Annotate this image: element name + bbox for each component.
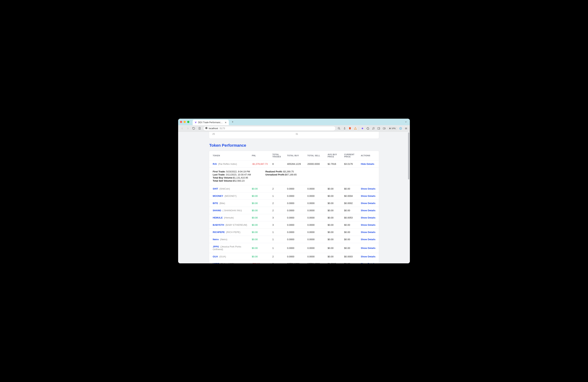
cell-avg-buy-price: $0.00: [326, 221, 342, 229]
cell-pnl: $0.00: [250, 229, 270, 236]
cell-total-sell: 0.0000: [305, 192, 326, 200]
cell-current-price: $0.0003: [342, 253, 359, 260]
title-bar: DEX Trade Performance Anal ✕ +: [178, 119, 410, 125]
cell-pnl: $0.00: [250, 192, 270, 200]
cell-avg-buy-price: $2.7916: [326, 160, 342, 168]
cell-total-trades: 1: [270, 236, 285, 243]
col-total-sell[interactable]: TOTAL SELL: [305, 151, 326, 160]
cell-current-price: $0.0053: [342, 214, 359, 221]
show-details-link[interactable]: Show Details: [361, 195, 376, 197]
unrealized-profit-label: Unrealized Profit:: [265, 173, 285, 176]
col-avg-buy-price[interactable]: AVG BUY PRICE: [326, 151, 342, 160]
tab-overflow-button[interactable]: [404, 120, 408, 124]
table-row: RAI (Rai Reflex Index)-$1,078,847.738405…: [209, 160, 379, 168]
token-symbol[interactable]: USDT: [213, 263, 219, 263]
col-pnl[interactable]: PNL: [250, 151, 270, 160]
cell-current-price: $0.00: [342, 236, 359, 243]
scrollbar-thumb[interactable]: [408, 133, 409, 179]
token-symbol[interactable]: SHIT: [213, 187, 218, 190]
share-icon[interactable]: [342, 126, 346, 130]
show-details-link[interactable]: Show Details: [361, 216, 376, 219]
table-row: SHANG ( SHANGHAI INU)$0.0020.00000.0000$…: [209, 207, 379, 214]
cell-avg-buy-price: $0.00: [326, 236, 342, 243]
cell-pnl: $0.00: [250, 243, 270, 253]
back-button[interactable]: [180, 126, 184, 131]
token-symbol[interactable]: RICHPEPE: [213, 231, 225, 233]
page-viewport[interactable]: 25 31 Token Performance TOKEN PNL TOTAL …: [178, 132, 410, 263]
cell-total-trades: 2: [270, 253, 285, 260]
media-icon[interactable]: [371, 126, 375, 130]
table-row: Neiro (Neiro)$0.0010.00000.0000$0.00$0.0…: [209, 236, 379, 243]
token-name: (Bite): [219, 202, 225, 205]
token-symbol[interactable]: Neiro: [213, 238, 219, 241]
token-symbol[interactable]: SHANG: [213, 209, 221, 212]
cell-current-price: $0.0004: [342, 192, 359, 200]
show-details-link[interactable]: Show Details: [361, 263, 376, 263]
browser-tab[interactable]: DEX Trade Performance Anal ✕: [193, 120, 229, 125]
svg-point-14: [399, 127, 402, 130]
total-buy-vol-value: $1,131,410.95: [233, 176, 248, 179]
cell-total-trades: 3: [270, 221, 285, 229]
show-details-link[interactable]: Show Details: [361, 255, 376, 258]
site-info-icon[interactable]: [205, 127, 208, 130]
show-details-link[interactable]: Show Details: [361, 238, 376, 241]
total-sell-vol-label: Total Sell Volume:: [213, 179, 233, 182]
sidebar-icon[interactable]: [377, 126, 381, 130]
vpn-button[interactable]: VPN: [388, 127, 397, 130]
cell-current-price: $0.00: [342, 229, 359, 236]
brave-rewards-icon[interactable]: [353, 126, 357, 130]
new-tab-button[interactable]: +: [230, 119, 235, 124]
forward-button[interactable]: [186, 126, 190, 131]
col-total-buy[interactable]: TOTAL BUY: [285, 151, 305, 160]
wallet-icon[interactable]: [382, 126, 386, 130]
token-symbol[interactable]: JPPG: [213, 245, 219, 248]
hamburger-menu-icon[interactable]: [404, 126, 408, 130]
profile-icon[interactable]: [399, 126, 403, 130]
toolbar-right-icons: VPN: [337, 126, 408, 130]
url-bar[interactable]: localhost:5173: [203, 126, 336, 131]
maximize-window-button[interactable]: [187, 121, 189, 123]
cell-avg-buy-price: $0.00: [326, 185, 342, 192]
show-details-link[interactable]: Show Details: [361, 247, 376, 249]
col-total-trades[interactable]: TOTAL TRADES: [270, 151, 285, 160]
token-name: (Rai Reflex Index): [217, 163, 237, 165]
cell-total-sell: 0.0000: [305, 253, 326, 260]
show-details-link[interactable]: Show Details: [361, 202, 376, 205]
token-symbol[interactable]: BITE: [213, 202, 218, 205]
table-row: SHIT (ShitCoin)$0.0020.00000.0000$0.00$0…: [209, 185, 379, 192]
extension-icon-1[interactable]: [360, 126, 364, 130]
table-row: BABYETH (BABY ETHEREUM)$0.0030.00000.000…: [209, 221, 379, 229]
token-symbol[interactable]: RAI: [213, 163, 217, 165]
brave-shields-icon[interactable]: [348, 126, 352, 130]
vertical-scrollbar[interactable]: [408, 133, 409, 263]
cell-avg-buy-price: $0.00: [326, 229, 342, 236]
cell-pnl: $0.00: [250, 200, 270, 207]
cell-pnl: $0.00: [250, 214, 270, 221]
close-window-button[interactable]: [180, 121, 182, 123]
cell-pnl: $0.00: [250, 207, 270, 214]
cell-total-sell: 0.0000: [305, 229, 326, 236]
token-name: (Tether USD): [220, 263, 234, 263]
token-symbol[interactable]: GUA: [213, 255, 218, 258]
col-current-price[interactable]: CURRENT PRICE: [342, 151, 359, 160]
last-trade-value: 3/11/2023, 10:30:47 AM: [225, 173, 251, 176]
token-symbol[interactable]: HEMULE: [213, 216, 223, 219]
minimize-window-button[interactable]: [184, 121, 186, 123]
vpn-status-icon: [389, 128, 391, 129]
tab-close-icon[interactable]: ✕: [224, 121, 227, 124]
show-details-link[interactable]: Show Details: [361, 209, 376, 212]
token-symbol[interactable]: BABYETH: [213, 224, 224, 226]
token-symbol[interactable]: MOONEY: [213, 195, 223, 197]
show-details-link[interactable]: Show Details: [361, 231, 376, 233]
cell-avg-buy-price: $0.00: [326, 192, 342, 200]
col-token[interactable]: TOKEN: [209, 151, 250, 160]
reload-button[interactable]: [191, 126, 196, 131]
extensions-icon[interactable]: [366, 126, 370, 130]
zoom-out-icon[interactable]: [337, 126, 341, 130]
token-name: (ShitCoin): [219, 187, 230, 190]
hide-details-link[interactable]: Hide Details: [361, 163, 374, 165]
bookmark-button[interactable]: [197, 126, 202, 131]
show-details-link[interactable]: Show Details: [361, 187, 376, 190]
token-name: (RICH PEPE): [225, 231, 240, 233]
show-details-link[interactable]: Show Details: [361, 224, 376, 226]
